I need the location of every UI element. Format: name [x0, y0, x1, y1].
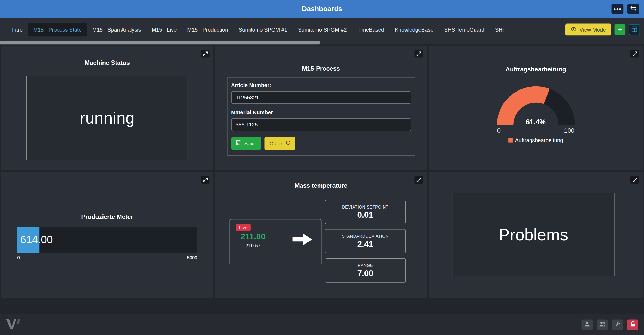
material-number-input[interactable] [231, 118, 411, 131]
view-mode-label: View Mode [580, 27, 606, 33]
produced-value-label: 614.00 [20, 234, 53, 246]
tab-m15-live[interactable]: M15 - Live [146, 23, 182, 36]
gauge-value-label: 61.4% [495, 118, 577, 127]
save-label: Save [244, 140, 256, 147]
lock-icon [630, 321, 635, 328]
problems-text: Problems [499, 225, 568, 244]
user-button[interactable] [582, 319, 593, 330]
footer [0, 314, 644, 335]
auftragsbearbeitung-title: Auftragsbearbeitung [429, 66, 643, 73]
ellipsis-icon: ●●● [613, 7, 621, 11]
stat-value: 2.41 [357, 239, 373, 249]
tab-timebased[interactable]: TimeBased [352, 23, 390, 36]
article-number-input[interactable] [231, 91, 411, 104]
live-temperature-card: Live 211.00 210.57 [230, 219, 322, 265]
produced-axis-labels: 0 5000 [17, 255, 197, 260]
users-icon [599, 321, 606, 328]
clear-button[interactable]: Clear [265, 137, 295, 150]
machine-status-value: running [80, 109, 135, 127]
tab-intro[interactable]: Intro [7, 23, 28, 36]
plus-icon: + [618, 26, 622, 34]
undo-icon [285, 140, 290, 147]
legend-label: Auftragsbearbeitung [515, 137, 563, 143]
m15-process-title: M15-Process [215, 65, 427, 72]
gauge-axis-labels: 0 100 [497, 127, 574, 134]
settings-button[interactable] [612, 319, 623, 330]
eye-icon [570, 27, 577, 33]
form-button-row: Save Clear [231, 137, 411, 150]
header: Dashboards ●●● [0, 0, 644, 18]
grid-icon [632, 26, 637, 33]
switch-dashboard-button[interactable] [627, 4, 639, 14]
tab-shs-tempguard[interactable]: SHS TempGuard [439, 23, 490, 36]
layout-grid-button[interactable] [629, 24, 640, 35]
mass-temperature-title: Mass temperature [215, 182, 427, 189]
tab-knowledgebase[interactable]: KnowledgeBase [390, 23, 439, 36]
expand-icon[interactable] [630, 50, 639, 58]
clear-label: Clear [270, 140, 282, 147]
legend-swatch [508, 138, 513, 142]
tab-m15-process-state[interactable]: M15 - Process State [28, 23, 87, 36]
brand-logo [6, 319, 24, 331]
stat-card-standarddeviation: STANDARDDEVIATION 2.41 [325, 229, 406, 253]
gauge-min-label: 0 [497, 127, 501, 134]
live-badge: Live [236, 224, 251, 231]
material-number-label: Material Number [231, 109, 411, 115]
footer-actions [582, 319, 638, 330]
tab-bar-actions: View Mode + [565, 24, 640, 36]
expand-icon[interactable] [201, 50, 209, 58]
tab-m15-span-analysis[interactable]: M15 - Span Analysis [87, 23, 147, 36]
lock-button[interactable] [627, 319, 638, 330]
tab-scrollbar[interactable] [0, 41, 644, 45]
more-options-button[interactable]: ●●● [612, 4, 624, 14]
live-value-row: 211.00 210.57 [236, 232, 315, 248]
add-dashboard-button[interactable]: + [615, 24, 626, 35]
view-mode-button[interactable]: View Mode [565, 24, 611, 36]
wrench-icon [615, 321, 620, 328]
machine-status-box: running [26, 76, 188, 160]
tab-sumitomo-spgm-2[interactable]: Sumitomo SPGM #2 [293, 23, 352, 36]
m15-process-form: Article Number: Material Number Save Cle… [227, 77, 415, 156]
app-root: Dashboards ●●● Intro M15 - Process State… [0, 0, 644, 335]
panel-mass-temperature: Mass temperature Live 211.00 210.57 DEVI… [215, 172, 427, 298]
machine-status-title: Machine Status [1, 59, 213, 66]
gauge-legend: Auftragsbearbeitung [429, 137, 643, 143]
live-value-column: 211.00 210.57 [241, 232, 265, 248]
expand-icon[interactable] [201, 176, 209, 184]
produzierte-meter-title: Produzierte Meter [1, 213, 213, 220]
current-temperature-value: 211.00 [241, 232, 265, 241]
page-title: Dashboards [302, 5, 342, 13]
dashboard-grid: Machine Status running M15-Process Artic… [0, 44, 644, 298]
expand-icon[interactable] [414, 50, 423, 58]
expand-icon[interactable] [630, 176, 639, 184]
stat-value: 7.00 [357, 268, 373, 278]
panel-problems: Problems [429, 172, 643, 298]
swap-arrows-icon [630, 6, 636, 12]
tab-sumitomo-spgm-1[interactable]: Sumitomo SPGM #1 [233, 23, 293, 36]
gauge-chart: 61.4% [495, 84, 577, 126]
produced-bar-chart: 614.00 [17, 227, 197, 253]
save-button[interactable]: Save [231, 137, 261, 150]
panel-produzierte-meter: Produzierte Meter 614.00 0 5000 [1, 172, 213, 298]
stat-label: STANDARDDEVIATION [342, 234, 389, 238]
setpoint-temperature-value: 210.57 [241, 243, 265, 248]
bar-min-label: 0 [17, 255, 20, 260]
save-icon [236, 140, 241, 147]
gauge-max-label: 100 [564, 127, 574, 134]
user-icon [584, 321, 590, 328]
stat-card-range: RANGE 7.00 [325, 258, 406, 283]
users-button[interactable] [597, 319, 608, 330]
tab-scrollbar-thumb[interactable] [0, 41, 320, 45]
header-actions: ●●● [612, 4, 639, 14]
article-number-label: Article Number: [231, 82, 411, 88]
stat-card-deviation-setpoint: DEVIATION SETPOINT 0.01 [325, 200, 406, 224]
temperature-stats: DEVIATION SETPOINT 0.01 STANDARDDEVIATIO… [325, 200, 406, 283]
arrow-right-icon [291, 232, 313, 248]
panel-m15-process: M15-Process Article Number: Material Num… [215, 46, 427, 170]
stat-label: DEVIATION SETPOINT [342, 205, 388, 209]
stat-value: 0.01 [357, 210, 373, 220]
tab-m15-production[interactable]: M15 - Production [182, 23, 233, 36]
expand-icon[interactable] [414, 176, 423, 184]
problems-box: Problems [453, 193, 615, 276]
tab-shs-truncated[interactable]: SHS [490, 23, 504, 36]
